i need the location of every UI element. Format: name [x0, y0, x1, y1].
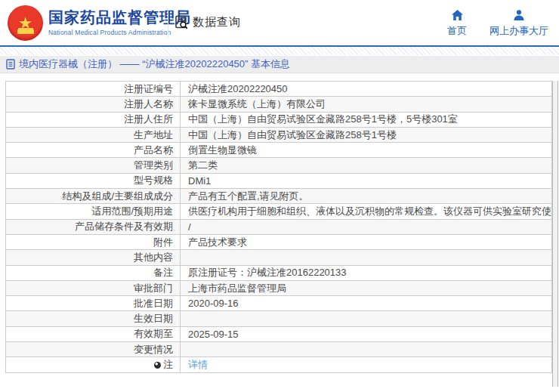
field-label: 型号规格 [6, 173, 181, 188]
nav-online-service-hall[interactable]: 网上办事大厅 [490, 9, 548, 38]
nav-online-service-hall-label: 网上办事大厅 [490, 24, 548, 38]
field-value: 详情 [181, 357, 552, 372]
field-value [181, 311, 552, 326]
field-value [181, 250, 552, 265]
table-row: 注册证编号 沪械注准20202220450 [6, 82, 552, 97]
data-query-label: 数据查询 [193, 15, 241, 29]
table-row: 生效日期 [6, 311, 552, 326]
top-nav: 首页 网上办事大厅 [447, 9, 548, 38]
field-value: 原注册证号：沪械注准20162220133 [181, 265, 552, 280]
table-row: 注 详情 [6, 357, 552, 372]
table-row: 生产地址 中国（上海）自由贸易试验区金藏路258号1号楼 [6, 127, 552, 142]
field-value: 徕卡显微系统（上海）有限公司 [181, 97, 552, 112]
balloon-icon [154, 362, 161, 369]
field-value: 中国（上海）自由贸易试验区金藏路258号1号楼 [181, 127, 552, 142]
field-label: 注册人住所 [6, 112, 181, 127]
hatch-texture [0, 47, 559, 55]
table-row: 适用范围/预期用途 供医疗机构用于细胞和组织、液体以及沉积物的常规检查。该仪器可… [6, 204, 552, 219]
field-label: 生产地址 [6, 127, 181, 142]
national-emblem-logo: ★ [8, 5, 43, 41]
field-value: 供医疗机构用于细胞和组织、液体以及沉积物的常规检查。该仪器可供实验室研究使用。 [181, 204, 552, 219]
breadcrumb: 境内医疗器械（注册） —— “沪械注准20202220450” 基本信息 [0, 56, 559, 73]
table-row: 有效期至 2025-09-15 [6, 326, 552, 341]
table-row: 其他内容 [6, 250, 552, 265]
field-label: 注册人名称 [6, 97, 181, 112]
table-row: 管理类别 第二类 [6, 158, 552, 173]
site-title: 国家药品监督管理局 [48, 8, 191, 26]
field-label: 变更情况 [6, 342, 181, 357]
field-label: 备注 [6, 265, 181, 280]
field-value: DMi1 [181, 173, 552, 188]
field-label: 产品储存条件及有效期 [6, 219, 181, 234]
table-row: 结构及组成/主要组成成分 产品有五个配置,请见附页。 [6, 189, 552, 204]
nav-home-label: 首页 [447, 24, 467, 38]
field-value: / [181, 219, 552, 234]
field-label: 审批部门 [6, 280, 181, 295]
field-label: 批准日期 [6, 296, 181, 311]
table-row: 型号规格 DMi1 [6, 173, 552, 188]
vertical-scrollbar[interactable] [552, 81, 558, 387]
table-row: 产品储存条件及有效期 / [6, 219, 552, 234]
field-label: 其他内容 [6, 250, 181, 265]
field-label: 注 [6, 357, 181, 372]
document-search-icon [174, 15, 189, 29]
page: ★ 国家药品监督管理局 National Medical Products Ad… [0, 0, 559, 392]
detail-link[interactable]: 详情 [188, 359, 208, 370]
table-row: 附件 产品技术要求 [6, 234, 552, 249]
table-row: 产品名称 倒置生物显微镜 [6, 143, 552, 158]
field-label: 附件 [6, 234, 181, 249]
registration-info-table: 注册证编号 沪械注准20202220450 注册人名称 徕卡显微系统（上海）有限… [5, 81, 552, 373]
field-label: 结构及组成/主要组成成分 [6, 189, 181, 204]
header-divider [168, 9, 168, 38]
field-value: 沪械注准20202220450 [181, 82, 552, 97]
field-label: 注册证编号 [6, 82, 181, 97]
site-subtitle: National Medical Products Administration [48, 29, 191, 36]
emblem-gate-icon [17, 29, 34, 34]
field-label: 生效日期 [6, 311, 181, 326]
site-header: ★ 国家药品监督管理局 National Medical Products Ad… [0, 0, 559, 46]
field-label: 产品名称 [6, 143, 181, 158]
site-title-block: 国家药品监督管理局 National Medical Products Admi… [48, 8, 191, 36]
field-label: 管理类别 [6, 158, 181, 173]
field-label: 有效期至 [6, 326, 181, 341]
field-value: 产品技术要求 [181, 234, 552, 249]
note-label: 注 [163, 359, 173, 370]
field-value: 第二类 [181, 158, 552, 173]
document-icon [6, 59, 15, 69]
breadcrumb-title: 境内医疗器械（注册） —— “沪械注准20202220450” 基本信息 [19, 57, 290, 71]
field-value: 上海市药品监督管理局 [181, 280, 552, 295]
table-row: 注册人名称 徕卡显微系统（上海）有限公司 [6, 97, 552, 112]
field-value: 2025-09-15 [181, 326, 552, 341]
table-row: 备注 原注册证号：沪械注准20162220133 [6, 265, 552, 280]
field-value: 产品有五个配置,请见附页。 [181, 189, 552, 204]
home-icon [451, 9, 464, 21]
table-row: 注册人住所 中国（上海）自由贸易试验区金藏路258号1号楼，5号楼301室 [6, 112, 552, 127]
nav-home[interactable]: 首页 [447, 9, 467, 38]
person-icon [513, 9, 525, 21]
field-value: 倒置生物显微镜 [181, 143, 552, 158]
field-value [181, 342, 552, 357]
field-value: 中国（上海）自由贸易试验区金藏路258号1号楼，5号楼301室 [181, 112, 552, 127]
field-label: 适用范围/预期用途 [6, 204, 181, 219]
table-row: 批准日期 2020-09-16 [6, 296, 552, 311]
table-row: 审批部门 上海市药品监督管理局 [6, 280, 552, 295]
data-query-button[interactable]: 数据查询 [174, 15, 241, 29]
table-row: 变更情况 [6, 342, 552, 357]
field-value: 2020-09-16 [181, 296, 552, 311]
